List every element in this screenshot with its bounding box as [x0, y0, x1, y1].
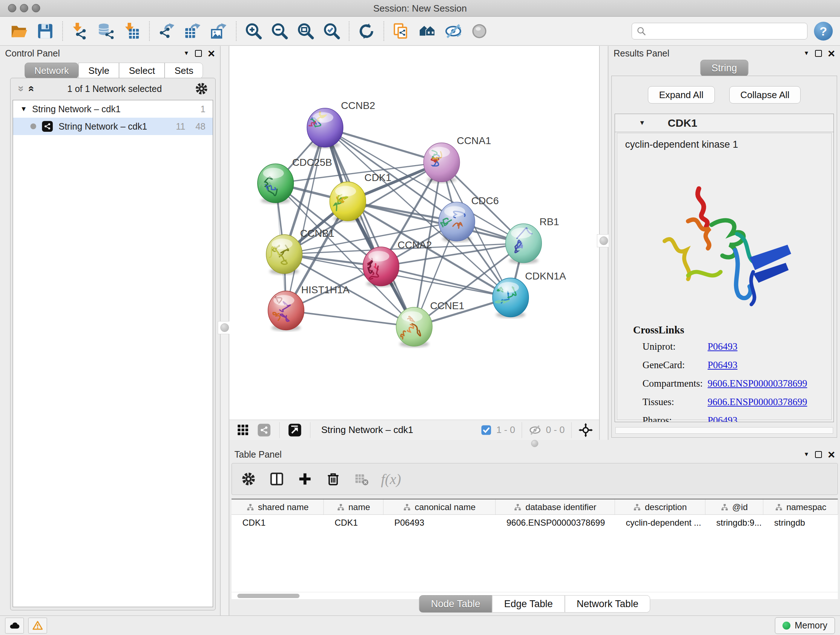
copy-style-button[interactable]: [389, 19, 413, 43]
crosslink-genecard-link[interactable]: P06493: [707, 359, 737, 371]
warnings-button[interactable]: [28, 618, 47, 633]
collapse-all-networks-icon[interactable]: «: [14, 86, 26, 92]
save-session-button[interactable]: [33, 19, 57, 43]
network-node-CCNB2[interactable]: CCNB2: [306, 100, 375, 149]
cell-name[interactable]: CDK1: [324, 515, 384, 532]
crosslink-uniprot-link[interactable]: P06493: [707, 341, 737, 352]
selected-checkbox-icon[interactable]: [480, 424, 492, 436]
network-node-CCNB1[interactable]: CCNB1: [266, 228, 335, 275]
column-header-namespace[interactable]: namespac: [763, 500, 838, 515]
network-edge[interactable]: [325, 128, 414, 327]
close-table-icon[interactable]: ×: [828, 451, 835, 458]
import-network-file-button[interactable]: [68, 19, 92, 43]
column-header-shared-name[interactable]: shared name: [232, 500, 324, 515]
collapse-results-icon[interactable]: ▼: [804, 50, 809, 57]
import-network-database-button[interactable]: [94, 19, 118, 43]
tab-select[interactable]: Select: [119, 63, 164, 79]
float-table-icon[interactable]: [815, 451, 822, 458]
tab-sets[interactable]: Sets: [164, 63, 203, 79]
function-builder-button[interactable]: f(x): [381, 470, 401, 488]
apply-layout-button[interactable]: [355, 19, 378, 43]
results-scrollbar[interactable]: [615, 427, 833, 434]
collapse-panel-icon[interactable]: ▼: [183, 50, 189, 57]
network-node-CDKN1A[interactable]: CDKN1A: [493, 271, 567, 318]
tab-network[interactable]: Network: [25, 63, 79, 79]
expand-all-button[interactable]: Expand All: [648, 86, 715, 103]
network-options-gear-icon[interactable]: [194, 81, 209, 96]
collapse-table-icon[interactable]: ▼: [804, 451, 809, 458]
fit-content-crosshair-icon[interactable]: [578, 423, 593, 438]
hide-selected-button[interactable]: [441, 19, 465, 43]
network-node-CCNA1[interactable]: CCNA1: [424, 135, 491, 183]
network-collection-row[interactable]: ▼ String Network – cdk1 1: [13, 100, 213, 118]
close-results-icon[interactable]: ×: [828, 50, 835, 57]
column-header-canonical-name[interactable]: canonical name: [384, 500, 496, 515]
create-column-button[interactable]: [296, 470, 314, 488]
open-session-button[interactable]: [7, 19, 31, 43]
cell-description[interactable]: cyclin-dependent ...: [615, 515, 706, 532]
import-table-file-button[interactable]: [120, 19, 144, 43]
search-box[interactable]: [632, 23, 807, 40]
network-node-CCNE1[interactable]: CCNE1: [396, 300, 464, 348]
tab-style[interactable]: Style: [79, 63, 119, 79]
network-node-HIST1H1A[interactable]: HIST1H1A: [268, 284, 350, 331]
cell-shared-name[interactable]: CDK1: [232, 515, 324, 532]
crosslink-tissues-link[interactable]: 9606.ENSP00000378699: [707, 396, 807, 408]
gene-card-header[interactable]: ▼ CDK1: [615, 114, 834, 132]
cell-namespace[interactable]: stringdb: [763, 515, 838, 532]
gene-expander-icon[interactable]: ▼: [639, 119, 645, 127]
left-splitter[interactable]: [220, 46, 229, 616]
cell-canonical-name[interactable]: P06493: [384, 515, 496, 532]
network-view-toolbar: String Network – cdk1 1 - 0 0 - 0: [229, 420, 599, 440]
birdseye-view-button[interactable]: [256, 422, 272, 438]
network-edge[interactable]: [286, 310, 414, 327]
column-header-id[interactable]: @id: [706, 500, 763, 515]
export-image-button[interactable]: [207, 19, 231, 43]
column-header-name[interactable]: name: [324, 500, 384, 515]
help-button[interactable]: ?: [814, 22, 833, 41]
table-row[interactable]: CDK1 CDK1 P06493 9606.ENSP00000378699 cy…: [232, 515, 838, 532]
table-scrollbar-thumb[interactable]: [237, 594, 300, 598]
tab-node-table[interactable]: Node Table: [419, 595, 492, 613]
network-node-RB1[interactable]: RB1: [506, 216, 559, 264]
first-neighbors-button[interactable]: [415, 19, 439, 43]
show-columns-button[interactable]: [268, 470, 286, 488]
table-splitter[interactable]: [229, 440, 840, 447]
close-panel-icon[interactable]: ×: [208, 50, 215, 57]
cloud-status-button[interactable]: [5, 618, 24, 633]
network-edge[interactable]: [286, 128, 325, 310]
delete-table-button[interactable]: [353, 470, 370, 488]
table-options-button[interactable]: [240, 470, 257, 488]
cell-database-identifier[interactable]: 9606.ENSP00000378699: [496, 515, 615, 532]
zoom-selected-button[interactable]: [320, 19, 344, 43]
right-splitter[interactable]: [599, 46, 608, 440]
column-header-description[interactable]: description: [615, 500, 706, 515]
tab-network-table[interactable]: Network Table: [565, 595, 651, 613]
tab-string[interactable]: String: [700, 60, 748, 76]
collection-expander-icon[interactable]: ▼: [20, 105, 27, 113]
memory-button[interactable]: Memory: [775, 617, 835, 634]
export-view-button[interactable]: [287, 422, 303, 438]
export-network-button[interactable]: [155, 19, 179, 43]
zoom-fit-button[interactable]: [294, 19, 317, 43]
delete-column-button[interactable]: [325, 470, 342, 488]
column-header-database-identifier[interactable]: database identifier: [496, 500, 615, 515]
crosslink-pharos-link[interactable]: P06493: [707, 415, 737, 422]
cell-id[interactable]: stringdb:9...: [706, 515, 763, 532]
crosslink-compartments-link[interactable]: 9606.ENSP00000378699: [707, 378, 807, 389]
tab-edge-table[interactable]: Edge Table: [492, 595, 565, 613]
float-panel-icon[interactable]: [195, 50, 202, 57]
network-canvas[interactable]: CCNB2CCNA1CDC25BCDK1CDC6RB1CCNB1CCNA2CDK…: [229, 46, 599, 420]
show-grid-button[interactable]: [235, 422, 251, 438]
network-list: ▼ String Network – cdk1 1 String Network…: [13, 100, 213, 607]
show-all-button[interactable]: [467, 19, 491, 43]
zoom-out-button[interactable]: [268, 19, 292, 43]
table-splitter-handle[interactable]: [531, 440, 538, 447]
network-row[interactable]: String Network – cdk1 11 48: [13, 118, 213, 135]
expand-all-networks-icon[interactable]: «: [26, 86, 38, 92]
export-table-button[interactable]: [181, 19, 205, 43]
float-results-icon[interactable]: [815, 50, 822, 57]
zoom-in-button[interactable]: [242, 19, 265, 43]
collapse-all-button[interactable]: Collapse All: [729, 86, 801, 103]
search-input[interactable]: [650, 26, 803, 36]
